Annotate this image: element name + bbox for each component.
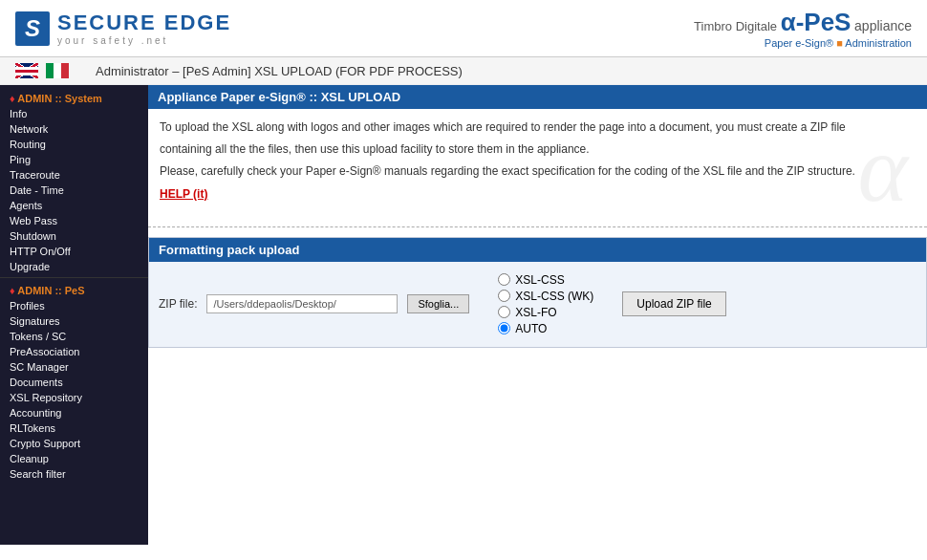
brand-alpha: α: [781, 8, 796, 36]
sidebar-item-routing[interactable]: Routing: [0, 137, 148, 152]
sidebar-item-info[interactable]: Info: [0, 106, 148, 121]
admin-pes-section: ♦ ADMIN :: PeS: [0, 281, 148, 298]
radio-xsl-fo-input[interactable]: [498, 306, 510, 318]
sidebar-item-search-filter[interactable]: Search filter: [0, 466, 148, 482]
header: S SECURE EDGE your safety .net Timbro Di…: [0, 0, 927, 57]
sidebar-item-shutdown[interactable]: Shutdown: [0, 228, 148, 244]
format-radio-group: XSL-CSS XSL-CSS (WK) XSL-FO: [498, 273, 593, 335]
logo-text: SECURE EDGE your safety .net: [57, 11, 231, 46]
sidebar-item-network[interactable]: Network: [0, 121, 148, 137]
zip-label: ZIP file:: [159, 297, 197, 311]
sidebar-item-sc-manager[interactable]: SC Manager: [0, 359, 148, 375]
brand-tagline: Timbro Digitale α-PeS appliance: [694, 8, 912, 37]
radio-xsl-css-wk-label: XSL-CSS (WK): [515, 290, 593, 303]
divider: [148, 226, 927, 227]
logo-subtitle: your safety .net: [57, 35, 231, 46]
brand-name: -PeS: [796, 8, 852, 36]
flag-it-icon[interactable]: [46, 63, 69, 78]
lang-bar: Administrator – [PeS Admin] XSL UPLOAD (…: [0, 57, 927, 85]
sidebar-item-http-on-off[interactable]: HTTP On/Off: [0, 244, 148, 259]
radio-xsl-fo[interactable]: XSL-FO: [498, 306, 593, 319]
brand-appliance: appliance: [854, 18, 912, 33]
description-area: To upload the XSL along with logos and o…: [148, 109, 927, 217]
sidebar-item-profiles[interactable]: Profiles: [0, 298, 148, 313]
sidebar-item-web-pass[interactable]: Web Pass: [0, 213, 148, 228]
main-wrapper: α Appliance Paper e-Sign® :: XSL UPLOAD …: [148, 85, 927, 348]
brand-dot: ■: [836, 37, 843, 49]
desc-line1: To upload the XSL along with logos and o…: [160, 118, 916, 137]
logo-area: S SECURE EDGE your safety .net: [15, 11, 231, 46]
radio-xsl-css-input[interactable]: [498, 273, 510, 286]
sidebar-item-cleanup[interactable]: Cleanup: [0, 451, 148, 466]
logo-title: SECURE EDGE: [57, 11, 231, 35]
brand-label: Timbro Digitale: [694, 19, 777, 33]
desc-line3: Please, carefully check your Paper e-Sig…: [160, 162, 916, 181]
flag-uk-icon[interactable]: [15, 63, 38, 78]
bullet-icon-2: ♦: [10, 285, 15, 296]
sidebar-item-rltokens[interactable]: RLTokens: [0, 420, 148, 436]
sidebar-item-crypto-support[interactable]: Crypto Support: [0, 436, 148, 451]
brand-sub: Paper e-Sign® ■ Administration: [694, 37, 912, 49]
admin-system-label: ADMIN :: System: [17, 93, 102, 104]
sidebar-item-signatures[interactable]: Signatures: [0, 313, 148, 329]
radio-auto[interactable]: AUTO: [498, 322, 593, 335]
form-section-header: Formatting pack upload: [149, 238, 926, 262]
admin-system-section: ♦ ADMIN :: System: [0, 89, 148, 106]
admin-pes-label: ADMIN :: PeS: [17, 285, 84, 296]
logo-s-icon: S: [15, 11, 50, 46]
form-body: ZIP file: /Users/ddepaolis/Desktop/ Sfog…: [149, 262, 926, 347]
brand-sub1: Paper e-Sign®: [765, 37, 833, 49]
page-title: Administrator – [PeS Admin] XSL UPLOAD (…: [96, 64, 463, 78]
sidebar-item-upgrade[interactable]: Upgrade: [0, 259, 148, 274]
sidebar-item-tokens-sc[interactable]: Tokens / SC: [0, 329, 148, 344]
radio-auto-input[interactable]: [498, 322, 510, 334]
sidebar-item-agents[interactable]: Agents: [0, 198, 148, 213]
browse-button[interactable]: Sfoglia...: [407, 294, 469, 313]
radio-xsl-css-wk[interactable]: XSL-CSS (WK): [498, 290, 593, 303]
sidebar-item-xsl-repository[interactable]: XSL Repository: [0, 390, 148, 405]
sidebar-item-accounting[interactable]: Accounting: [0, 405, 148, 420]
bullet-icon: ♦: [10, 93, 15, 104]
sidebar-item-documents[interactable]: Documents: [0, 375, 148, 390]
help-link[interactable]: HELP (it): [160, 187, 207, 201]
brand-right: Timbro Digitale α-PeS appliance Paper e-…: [694, 8, 912, 49]
radio-auto-label: AUTO: [515, 322, 547, 335]
radio-xsl-css-label: XSL-CSS: [515, 273, 564, 287]
radio-xsl-fo-label: XSL-FO: [515, 306, 556, 319]
sidebar: ♦ ADMIN :: System Info Network Routing P…: [0, 85, 148, 545]
content-zone: Appliance Paper e-Sign® :: XSL UPLOAD To…: [148, 85, 927, 348]
sidebar-item-date-time[interactable]: Date - Time: [0, 183, 148, 198]
xsl-upload-header: Appliance Paper e-Sign® :: XSL UPLOAD: [148, 85, 927, 109]
sidebar-divider: [0, 277, 148, 278]
brand-sub2: Administration: [845, 37, 912, 49]
sidebar-item-preassociation[interactable]: PreAssociation: [0, 344, 148, 359]
main-content: α Appliance Paper e-Sign® :: XSL UPLOAD …: [148, 85, 927, 545]
radio-xsl-css-wk-input[interactable]: [498, 290, 510, 302]
form-section: Formatting pack upload ZIP file: /Users/…: [148, 237, 927, 348]
radio-xsl-css[interactable]: XSL-CSS: [498, 273, 593, 287]
desc-line2: containing all the the files, then use t…: [160, 140, 916, 159]
upload-zip-button[interactable]: Upload ZIP file: [622, 291, 726, 316]
sidebar-item-ping[interactable]: Ping: [0, 152, 148, 167]
sidebar-item-traceroute[interactable]: Traceroute: [0, 167, 148, 183]
layout: ♦ ADMIN :: System Info Network Routing P…: [0, 85, 927, 545]
zip-path-display: /Users/ddepaolis/Desktop/: [206, 294, 398, 313]
